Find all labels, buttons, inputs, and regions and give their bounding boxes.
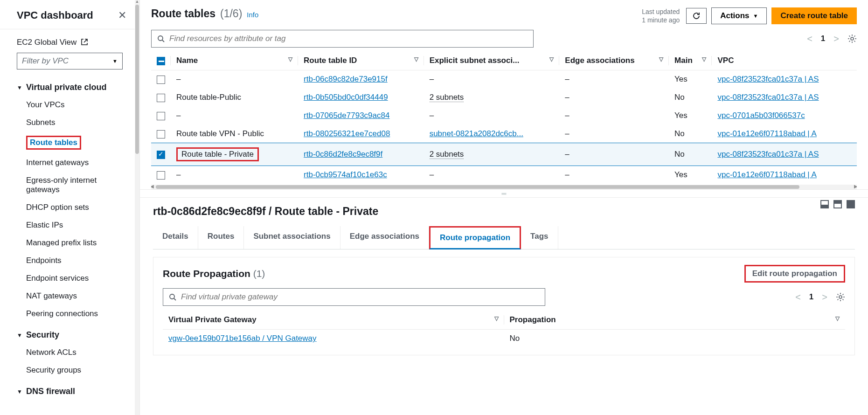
- vpc-link[interactable]: vpc-08f23523fca01c37a | AS: [717, 93, 819, 102]
- nav-peering[interactable]: Peering connections: [9, 305, 130, 323]
- nav-security-groups[interactable]: Security groups: [9, 361, 130, 379]
- caret-down-icon: ▼: [112, 58, 118, 64]
- nav-your-vpcs[interactable]: Your VPCs: [9, 96, 130, 114]
- row-checkbox[interactable]: [157, 76, 165, 84]
- tab-routes[interactable]: Routes: [198, 226, 244, 249]
- close-icon[interactable]: ✕: [118, 9, 126, 21]
- settings-icon[interactable]: [847, 34, 857, 43]
- col-edge[interactable]: Edge associations▽: [559, 51, 669, 70]
- layout-bottom-icon[interactable]: [820, 200, 829, 208]
- cell-name: –: [171, 166, 298, 184]
- vpc-link[interactable]: vpc-01e12e6f07118abad | A: [717, 170, 816, 179]
- rtb-link[interactable]: rtb-0cb9574af10c1e63c: [304, 170, 387, 179]
- col-rtb-id[interactable]: Route table ID▽: [298, 51, 424, 70]
- search-input[interactable]: [169, 34, 528, 43]
- cell-main: Yes: [669, 70, 712, 89]
- nav-egress-only[interactable]: Egress-only internet gateways: [9, 172, 130, 199]
- table-row[interactable]: – rtb-0cb9574af10c1e63c – – Yes vpc-01e1…: [151, 166, 857, 184]
- ec2-global-view-link[interactable]: EC2 Global View: [0, 38, 139, 53]
- vgw-link[interactable]: vgw-0ee159b071be156ab / VPN Gateway: [168, 334, 317, 343]
- cell-edge: –: [559, 125, 669, 143]
- info-link[interactable]: Info: [247, 11, 258, 19]
- col-vpc[interactable]: VPC: [712, 51, 857, 70]
- rtb-link[interactable]: rtb-080256321ee7ced08: [304, 129, 390, 138]
- panel-page-number: 1: [809, 292, 813, 302]
- nav-subnets[interactable]: Subnets: [9, 114, 130, 131]
- nav-section-dns[interactable]: ▼DNS firewall: [9, 383, 130, 400]
- refresh-button[interactable]: [686, 8, 707, 24]
- edit-route-propagation-button[interactable]: Edit route propagation: [744, 265, 845, 283]
- row-checkbox[interactable]: [157, 171, 165, 180]
- tab-edge-assoc[interactable]: Edge associations: [340, 226, 429, 249]
- layout-full-icon[interactable]: [847, 200, 855, 208]
- nav-prefix-lists[interactable]: Managed prefix lists: [9, 234, 130, 252]
- nav-nat-gateways[interactable]: NAT gateways: [9, 287, 130, 305]
- nav-internet-gateways[interactable]: Internet gateways: [9, 154, 130, 172]
- table-row[interactable]: Route table VPN - Public rtb-080256321ee…: [151, 125, 857, 143]
- cell-main: Yes: [669, 166, 712, 184]
- nav-route-tables[interactable]: Route tables: [9, 131, 130, 154]
- table-row[interactable]: Route table-Public rtb-0b505bd0c0df34449…: [151, 89, 857, 107]
- table-row[interactable]: Route table - Private rtb-0c86d2fe8c9ec8…: [151, 143, 857, 166]
- col-vgw[interactable]: Virtual Private Gateway▽: [163, 311, 504, 330]
- vpc-link[interactable]: vpc-08f23523fca01c37a | AS: [717, 150, 819, 159]
- filter-vpc-dropdown[interactable]: Filter by VPC ▼: [17, 53, 123, 69]
- table-row[interactable]: – rtb-07065de7793c9ac84 – – Yes vpc-0701…: [151, 107, 857, 125]
- rtb-link[interactable]: rtb-0c86d2fe8c9ec8f9f: [304, 150, 382, 159]
- tab-tags[interactable]: Tags: [521, 226, 558, 249]
- row-checkbox[interactable]: [157, 94, 165, 102]
- select-all-checkbox[interactable]: [157, 57, 165, 65]
- col-propagation[interactable]: Propagation▽: [504, 311, 846, 330]
- vpc-link[interactable]: vpc-01e12e6f07118abad | A: [717, 129, 816, 138]
- nav-dhcp[interactable]: DHCP option sets: [9, 199, 130, 216]
- row-checkbox[interactable]: [157, 151, 165, 159]
- rtb-link[interactable]: rtb-0b505bd0c0df34449: [304, 93, 388, 102]
- cell-name: –: [171, 107, 298, 125]
- nav-section-security[interactable]: ▼Security: [9, 326, 130, 344]
- table-row: vgw-0ee159b071be156ab / VPN Gateway No: [163, 330, 845, 348]
- nav-endpoint-services[interactable]: Endpoint services: [9, 270, 130, 287]
- panel-settings-icon[interactable]: [836, 292, 845, 302]
- caret-down-icon: ▼: [753, 13, 758, 19]
- create-route-table-button[interactable]: Create route table: [771, 7, 857, 24]
- external-link-icon: [81, 38, 88, 46]
- scroll-right-icon: ▶: [854, 184, 857, 189]
- row-checkbox[interactable]: [157, 130, 165, 138]
- nav-network-acls[interactable]: Network ACLs: [9, 344, 130, 361]
- vpc-link[interactable]: vpc-08f23523fca01c37a | AS: [717, 75, 819, 83]
- cell-edge: –: [559, 107, 669, 125]
- scrollbar-thumb[interactable]: [135, 5, 139, 154]
- rtb-link[interactable]: rtb-07065de7793c9ac84: [304, 111, 389, 120]
- sidebar-scrollbar[interactable]: ▲: [135, 0, 139, 415]
- pane-splitter[interactable]: ═: [140, 189, 868, 198]
- tab-details[interactable]: Details: [153, 226, 198, 249]
- table-row[interactable]: – rtb-06c89c82de73e915f – – Yes vpc-08f2…: [151, 70, 857, 89]
- nav-endpoints[interactable]: Endpoints: [9, 252, 130, 270]
- prev-page-button[interactable]: <: [807, 34, 812, 44]
- col-subnet[interactable]: Explicit subnet associ...▽: [424, 51, 560, 70]
- row-checkbox[interactable]: [157, 112, 165, 120]
- col-name[interactable]: Name▽: [171, 51, 298, 70]
- subnet-link[interactable]: subnet-0821a2082dc6cb...: [430, 129, 523, 138]
- panel-search-input[interactable]: [181, 292, 539, 302]
- nav-section-vpc[interactable]: ▼Virtual private cloud: [9, 79, 130, 96]
- tab-route-propagation[interactable]: Route propagation: [429, 226, 521, 249]
- hscroll-thumb[interactable]: [156, 185, 799, 189]
- cell-main: No: [669, 89, 712, 107]
- main-content: Route tables (1/6) Info Last updated 1 m…: [140, 0, 868, 415]
- actions-button[interactable]: Actions ▼: [711, 7, 767, 24]
- col-main[interactable]: Main▽: [669, 51, 712, 70]
- tab-subnet-assoc[interactable]: Subnet associations: [244, 226, 340, 249]
- search-box[interactable]: [151, 30, 534, 48]
- horizontal-scrollbar[interactable]: ◀ ▶: [151, 185, 857, 189]
- panel-next-page[interactable]: >: [822, 292, 827, 303]
- panel-search-box[interactable]: [163, 288, 545, 306]
- next-page-button[interactable]: >: [833, 34, 839, 44]
- panel-prev-page[interactable]: <: [795, 292, 801, 303]
- vpc-link[interactable]: vpc-0701a5b03f066537c: [717, 111, 805, 120]
- rtb-link[interactable]: rtb-06c89c82de73e915f: [304, 75, 388, 83]
- layout-top-icon[interactable]: [833, 200, 842, 208]
- cell-name: Route table-Public: [171, 89, 298, 107]
- nav-elastic-ips[interactable]: Elastic IPs: [9, 216, 130, 234]
- refresh-icon: [692, 12, 701, 20]
